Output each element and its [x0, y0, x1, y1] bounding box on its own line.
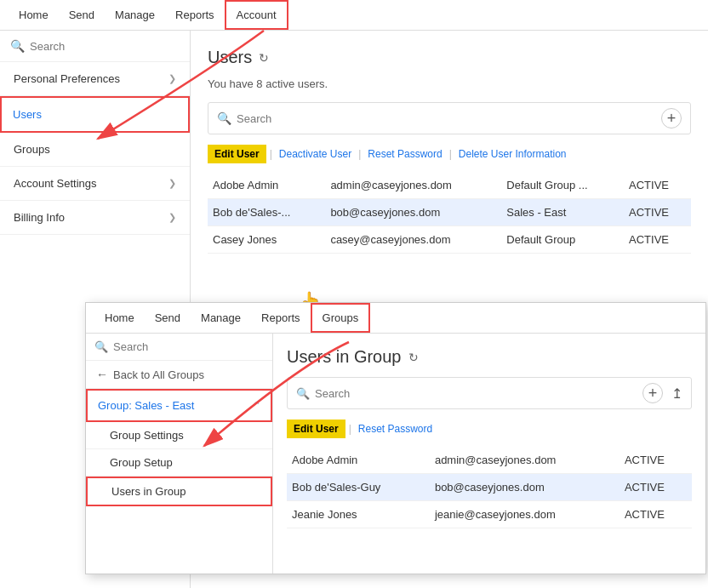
nav-account[interactable]: Account — [225, 0, 288, 30]
edit-user-button[interactable]: Edit User — [208, 145, 266, 163]
table-row[interactable]: Jeanie Jones jeanie@caseyjones.dom ACTIV… — [287, 501, 692, 528]
second-sidebar-search[interactable]: 🔍 — [86, 334, 272, 361]
user-status: ACTIVE — [620, 474, 692, 501]
action-bar: Edit User | Deactivate User | Reset Pass… — [208, 145, 691, 163]
user-name: Adobe Admin — [287, 447, 430, 474]
second-nav-groups[interactable]: Groups — [311, 303, 371, 333]
second-sidebar: 🔍 ← Back to All Groups Group: Sales - Ea… — [86, 334, 273, 574]
sidebar-search-container[interactable]: 🔍 — [0, 31, 190, 62]
users-in-group-item[interactable]: Users in Group — [86, 477, 272, 506]
page-title-container: Users ↻ — [208, 48, 691, 67]
nav-home[interactable]: Home — [9, 2, 59, 28]
chevron-up-icon: ⌃ — [253, 400, 260, 411]
second-content-search-input[interactable] — [315, 387, 637, 400]
user-name: Jeanie Jones — [287, 501, 430, 528]
user-name: Adobe Admin — [208, 172, 325, 199]
second-window: Home Send Manage Reports Groups 🔍 ← Back… — [85, 302, 706, 574]
content-search-input[interactable] — [237, 112, 656, 125]
nav-send[interactable]: Send — [59, 2, 105, 28]
nav-reports[interactable]: Reports — [165, 2, 225, 28]
delete-user-button[interactable]: Delete User Information — [455, 145, 570, 163]
chevron-down-icon-3: ❯ — [168, 212, 176, 223]
user-name: Bob de'Sales-Guy — [287, 474, 430, 501]
sidebar-search-input[interactable] — [30, 40, 180, 53]
second-navigation: Home Send Manage Reports Groups — [86, 303, 705, 334]
second-nav-send[interactable]: Send — [145, 305, 191, 331]
sidebar-item-groups[interactable]: Groups — [0, 133, 190, 167]
second-nav-home[interactable]: Home — [94, 305, 145, 331]
second-body: 🔍 ← Back to All Groups Group: Sales - Ea… — [86, 334, 705, 574]
user-email: casey@caseyjones.dom — [325, 226, 501, 254]
second-page-title: Users in Group — [287, 347, 402, 367]
top-navigation: Home Send Manage Reports Account — [0, 0, 708, 31]
add-user-button[interactable]: + — [661, 108, 682, 128]
user-status: ACTIVE — [624, 226, 691, 254]
table-row[interactable]: Bob de'Sales-Guy bob@caseyjones.dom ACTI… — [287, 474, 692, 501]
refresh-icon[interactable]: ↻ — [259, 51, 269, 65]
page-title: Users — [208, 48, 252, 67]
search-icon-second: 🔍 — [94, 340, 108, 353]
reset-password-button[interactable]: Reset Password — [364, 145, 445, 163]
user-group: Default Group ... — [501, 172, 624, 199]
sidebar-item-personal-preferences[interactable]: Personal Preferences ❯ — [0, 62, 190, 96]
second-search-bar[interactable]: 🔍 + ↥ — [287, 377, 692, 409]
sidebar-item-billing-info[interactable]: Billing Info ❯ — [0, 201, 190, 235]
search-icon: 🔍 — [10, 39, 25, 53]
sidebar-item-account-settings[interactable]: Account Settings ❯ — [0, 167, 190, 201]
second-content: Users in Group ↻ 🔍 + ↥ Edit User | Reset… — [273, 334, 705, 574]
second-search-input[interactable] — [113, 340, 264, 353]
user-status: ACTIVE — [620, 447, 692, 474]
user-email: admin@caseyjones.dom — [325, 172, 501, 199]
active-users-count: You have 8 active users. — [208, 77, 691, 90]
chevron-down-icon: ❯ — [168, 73, 176, 84]
user-email: bob@caseyjones.dom — [430, 474, 620, 501]
group-setup-item[interactable]: Group Setup — [86, 449, 272, 477]
search-icon-content: 🔍 — [217, 111, 231, 125]
add-user-to-group-button[interactable]: + — [642, 383, 663, 403]
user-email: admin@caseyjones.dom — [430, 447, 620, 474]
second-action-bar: Edit User | Reset Password — [287, 420, 692, 438]
user-email: jeanie@caseyjones.dom — [430, 501, 620, 528]
table-row[interactable]: Casey Jones casey@caseyjones.dom Default… — [208, 226, 691, 254]
user-status: ACTIVE — [624, 199, 691, 226]
second-nav-reports[interactable]: Reports — [251, 305, 311, 331]
second-reset-password-button[interactable]: Reset Password — [355, 420, 436, 438]
user-status: ACTIVE — [620, 501, 692, 528]
table-row[interactable]: Adobe Admin admin@caseyjones.dom ACTIVE — [287, 447, 692, 474]
table-row[interactable]: Bob de'Sales-... bob@caseyjones.dom Sale… — [208, 199, 691, 226]
user-email: bob@caseyjones.dom — [325, 199, 501, 226]
group-settings-item[interactable]: Group Settings — [86, 422, 272, 449]
back-to-groups-button[interactable]: ← Back to All Groups — [86, 361, 272, 389]
nav-manage[interactable]: Manage — [105, 2, 165, 28]
content-search-bar[interactable]: 🔍 + — [208, 102, 691, 134]
sidebar-item-users[interactable]: Users — [0, 96, 190, 133]
user-name: Bob de'Sales-... — [208, 199, 325, 226]
chevron-down-icon-2: ❯ — [168, 178, 176, 189]
group-sales-east-item[interactable]: Group: Sales - East ⌃ — [86, 389, 272, 422]
second-page-title-container: Users in Group ↻ — [287, 347, 692, 367]
user-status: ACTIVE — [624, 172, 691, 199]
second-nav-manage[interactable]: Manage — [191, 305, 251, 331]
export-icon[interactable]: ↥ — [671, 385, 682, 402]
second-edit-user-button[interactable]: Edit User — [287, 420, 345, 438]
user-group: Sales - East — [501, 199, 624, 226]
back-arrow-icon: ← — [96, 368, 108, 381]
users-table: Adobe Admin admin@caseyjones.dom Default… — [208, 172, 691, 254]
search-icon-second-content: 🔍 — [296, 387, 310, 400]
table-row[interactable]: Adobe Admin admin@caseyjones.dom Default… — [208, 172, 691, 199]
second-users-table: Adobe Admin admin@caseyjones.dom ACTIVE … — [287, 447, 692, 528]
user-group: Default Group — [501, 226, 624, 254]
deactivate-user-button[interactable]: Deactivate User — [276, 145, 355, 163]
second-refresh-icon[interactable]: ↻ — [408, 351, 419, 364]
user-name: Casey Jones — [208, 226, 325, 254]
